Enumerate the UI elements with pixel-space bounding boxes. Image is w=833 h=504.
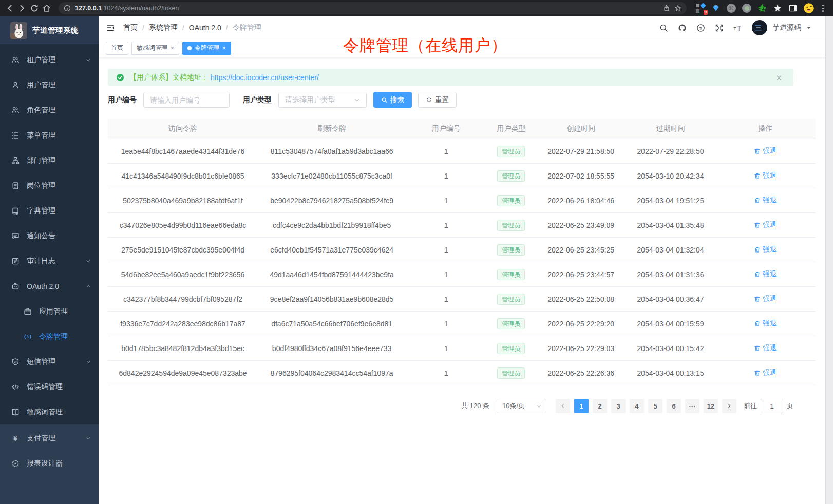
reload-icon[interactable] xyxy=(30,4,39,13)
action-cell: 强退 xyxy=(715,245,816,255)
sidebar-item-audit[interactable]: 审计日志 xyxy=(0,248,99,274)
sidebar-menu-bottom: ¥支付管理报表设计器 xyxy=(0,424,99,504)
gem-extension-icon[interactable] xyxy=(711,4,721,13)
sidebar-item-notice[interactable]: 通知公告 xyxy=(0,223,99,248)
sidebar-item-post[interactable]: 岗位管理 xyxy=(0,173,99,198)
page-button[interactable]: 6 xyxy=(667,399,681,413)
chevron-down-icon[interactable] xyxy=(806,25,811,30)
profile-avatar-emoji[interactable] xyxy=(804,3,814,13)
sidebar-item-label: 通知公告 xyxy=(27,231,55,241)
column-header: 操作 xyxy=(715,124,816,133)
search-icon[interactable] xyxy=(659,24,668,32)
page-size-select[interactable]: 10条/页 xyxy=(497,399,546,413)
force-logout-button[interactable]: 强退 xyxy=(754,245,777,254)
breadcrumb-item[interactable]: 首页 xyxy=(123,23,138,32)
sidebar-item-user[interactable]: 用户管理 xyxy=(0,72,99,98)
force-logout-button[interactable]: 强退 xyxy=(754,220,777,229)
alert-text: 【用户体系】文档地址： xyxy=(129,73,209,82)
sidebar-item-label: 敏感词管理 xyxy=(27,408,63,417)
force-logout-button[interactable]: 强退 xyxy=(754,368,777,377)
sidebar-item-menu[interactable]: 菜单管理 xyxy=(0,123,99,148)
page-button[interactable]: 5 xyxy=(648,399,662,413)
back-icon[interactable] xyxy=(5,4,14,13)
page-button[interactable]: 2 xyxy=(593,399,607,413)
tab-home[interactable]: 首页 xyxy=(106,42,128,55)
force-logout-button[interactable]: 强退 xyxy=(754,171,777,180)
browser-menu-icon[interactable] xyxy=(820,5,826,12)
green-star-extension-icon[interactable] xyxy=(758,4,767,13)
tab-page[interactable]: 敏感词管理× xyxy=(131,42,179,55)
recorder-extension-icon[interactable] xyxy=(742,4,751,13)
tab-label: 首页 xyxy=(111,44,123,52)
user-id-input[interactable] xyxy=(143,92,230,108)
user-avatar[interactable] xyxy=(752,20,767,35)
access-token-cell: 6d842e2924594de9a09e45e087323abe xyxy=(108,369,258,377)
font-size-icon[interactable]: TT xyxy=(733,24,742,32)
next-page-button[interactable] xyxy=(722,399,736,413)
search-button[interactable]: 搜索 xyxy=(373,92,412,108)
sidebar-item-token[interactable]: A令牌管理 xyxy=(0,324,99,349)
alert-close-icon[interactable]: ✕ xyxy=(775,74,782,82)
sidebar-item-dept[interactable]: 部门管理 xyxy=(0,148,99,173)
brand[interactable]: 芋道管理系统 xyxy=(0,16,99,44)
trash-icon xyxy=(754,197,761,204)
prev-page-button[interactable] xyxy=(556,399,570,413)
page-scrollbar[interactable] xyxy=(825,16,833,504)
user-type-select[interactable]: 请选择用户类型 xyxy=(278,92,367,108)
fullscreen-icon[interactable] xyxy=(715,24,724,32)
page-ellipsis[interactable]: ··· xyxy=(685,399,699,413)
side-panel-icon[interactable] xyxy=(788,4,798,13)
sidebar-item-sensitive[interactable]: 敏感词管理 xyxy=(0,399,99,424)
site-info-icon[interactable] xyxy=(64,5,71,12)
force-logout-button[interactable]: 强退 xyxy=(754,343,777,353)
extension-grid-icon[interactable]: 9 xyxy=(696,4,705,13)
sidebar-collapse-icon[interactable] xyxy=(106,23,115,32)
sidebar-item-app[interactable]: 应用管理 xyxy=(0,299,99,324)
sidebar-item-oauth[interactable]: OAuth 2.0 xyxy=(0,274,99,299)
page-button[interactable]: 4 xyxy=(630,399,644,413)
tab-page[interactable]: 令牌管理× xyxy=(182,42,231,55)
command-extension-icon[interactable]: ⌘ xyxy=(727,4,736,13)
force-logout-button[interactable]: 强退 xyxy=(754,269,777,279)
alert-doc-link[interactable]: https://doc.iocoder.cn/user-center/ xyxy=(211,73,319,82)
force-logout-button[interactable]: 强退 xyxy=(754,146,777,156)
sidebar-item-pay[interactable]: ¥支付管理 xyxy=(0,425,99,451)
sidebar-item-report[interactable]: 报表设计器 xyxy=(0,451,99,476)
page-button[interactable]: 3 xyxy=(611,399,626,413)
share-icon[interactable] xyxy=(663,5,670,12)
tab-label: 令牌管理 xyxy=(195,44,219,52)
url-bar[interactable]: 127.0.0.1:1024/system/oauth2/token xyxy=(59,2,687,14)
svg-text:¥: ¥ xyxy=(13,434,17,442)
dept-icon xyxy=(11,157,20,165)
help-icon[interactable]: ? xyxy=(696,24,705,32)
force-logout-button[interactable]: 强退 xyxy=(754,196,777,205)
reset-button[interactable]: 重置 xyxy=(418,92,457,108)
force-logout-button[interactable]: 强退 xyxy=(754,294,777,303)
breadcrumb-separator: / xyxy=(182,24,184,32)
sidebar-item-errcode[interactable]: 错误码管理 xyxy=(0,374,99,399)
post-icon xyxy=(11,182,20,190)
user-id-cell: 1 xyxy=(406,344,486,353)
breadcrumb-item[interactable]: OAuth 2.0 xyxy=(189,24,221,32)
sidebar-item-users[interactable]: 租户管理 xyxy=(0,47,99,72)
breadcrumb-item[interactable]: 令牌管理 xyxy=(233,23,261,32)
sidebar-item-role[interactable]: 角色管理 xyxy=(0,98,99,123)
goto-page-input[interactable] xyxy=(761,399,783,413)
bookmark-star-icon[interactable] xyxy=(674,5,681,12)
force-logout-button[interactable]: 强退 xyxy=(754,319,777,328)
forward-icon[interactable] xyxy=(17,4,27,13)
sidebar-item-dict[interactable]: 字典管理 xyxy=(0,198,99,223)
close-icon[interactable]: × xyxy=(171,45,174,51)
white-star-extension-icon[interactable] xyxy=(773,4,782,13)
user-name[interactable]: 芋道源码 xyxy=(772,23,801,32)
page-button[interactable]: 12 xyxy=(704,399,718,413)
breadcrumb-item[interactable]: 系统管理 xyxy=(149,23,178,32)
content: 【用户体系】文档地址： https://doc.iocoder.cn/user-… xyxy=(99,57,833,504)
home-icon[interactable] xyxy=(42,4,51,13)
action-cell: 强退 xyxy=(715,171,816,181)
close-icon[interactable]: × xyxy=(222,45,226,51)
github-icon[interactable] xyxy=(678,24,687,32)
sidebar-item-sms[interactable]: 短信管理 xyxy=(0,349,99,374)
sidebar: 芋道管理系统 租户管理用户管理角色管理菜单管理部门管理岗位管理字典管理通知公告审… xyxy=(0,16,99,504)
page-button[interactable]: 1 xyxy=(574,399,589,413)
